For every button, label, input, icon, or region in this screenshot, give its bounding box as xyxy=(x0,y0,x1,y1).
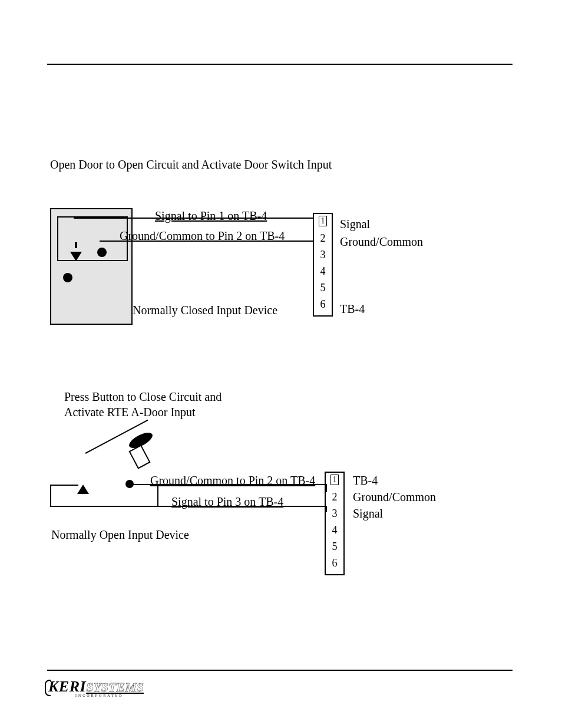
figure-2-caption: Press Button to Close Circuit and Activa… xyxy=(64,389,247,420)
figure-2-caption-line2: Activate RTE A-Door Input xyxy=(64,406,196,419)
pin-6: 6 xyxy=(314,298,332,311)
device-label: Normally Open Input Device xyxy=(51,528,189,542)
arrow-down-icon xyxy=(70,252,82,261)
wire-label-ground: Ground/Common to Pin 2 on TB-4 xyxy=(150,474,315,487)
tb-side-label-ground: Ground/Common xyxy=(353,490,436,504)
terminal-block-tb4: 1 2 3 4 5 6 xyxy=(313,213,333,317)
pin-3: 3 xyxy=(314,249,332,261)
figure-1-caption: Open Door to Open Circuit and Activate D… xyxy=(50,158,513,172)
tb-side-label-name: TB-4 xyxy=(340,302,365,316)
pin-2: 2 xyxy=(326,491,343,503)
tb-side-label-signal: Signal xyxy=(353,507,383,521)
wire-label-ground: Ground/Common to Pin 2 on TB-4 xyxy=(120,229,285,243)
device-label: Normally Closed Input Device xyxy=(133,304,277,317)
logo-keri: KERI xyxy=(48,678,86,695)
tb-side-label-name: TB-4 xyxy=(353,474,378,487)
wire-label-signal: Signal to Pin 3 on TB-4 xyxy=(171,495,283,509)
pin-5: 5 xyxy=(314,282,332,294)
footer-rule xyxy=(47,670,513,671)
wire-label-signal: Signal to Pin 1 on TB-4 xyxy=(155,209,267,223)
door-inset xyxy=(57,216,128,261)
brand-logo: KERISYSTEMS INCORPORATED xyxy=(48,678,143,697)
dot-icon xyxy=(63,273,72,282)
dot-icon xyxy=(97,248,107,257)
tb-side-label-signal: Signal xyxy=(340,218,370,231)
wire xyxy=(75,242,77,248)
figure-2: Press Button to Close Circuit and Activa… xyxy=(50,389,513,420)
header-rule xyxy=(47,64,513,65)
figure-1: Open Door to Open Circuit and Activate D… xyxy=(50,158,513,186)
pin-5: 5 xyxy=(326,541,343,553)
terminal-block-tb4: 1 2 3 4 5 6 xyxy=(325,472,345,575)
door-panel xyxy=(50,208,133,325)
pin-1: 1 xyxy=(326,475,343,485)
tb-side-label-ground: Ground/Common xyxy=(340,235,423,249)
pin-1: 1 xyxy=(314,216,332,226)
pin-4: 4 xyxy=(314,265,332,278)
logo-bracket-icon xyxy=(45,680,51,696)
pin-6: 6 xyxy=(326,557,343,569)
base-edge xyxy=(50,485,78,486)
button-base xyxy=(50,485,158,507)
pin-4: 4 xyxy=(326,524,343,536)
figure-2-caption-line1: Press Button to Close Circuit and xyxy=(64,390,222,403)
pin-3: 3 xyxy=(326,508,343,520)
pin-2: 2 xyxy=(314,232,332,245)
arrow-up-icon xyxy=(77,485,89,494)
button-plunger xyxy=(128,444,150,469)
logo-systems: SYSTEMS xyxy=(86,680,144,694)
